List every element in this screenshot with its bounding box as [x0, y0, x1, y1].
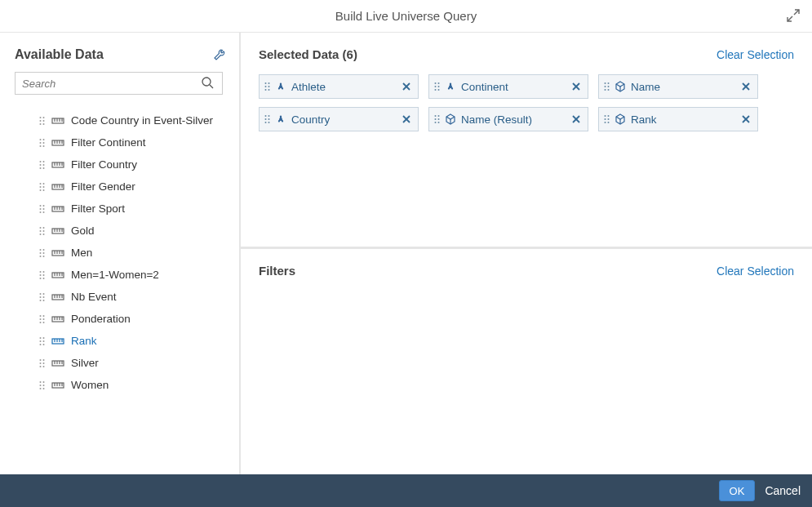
svg-point-40 — [43, 186, 45, 188]
available-item[interactable]: Ponderation — [15, 308, 229, 330]
available-item[interactable]: Filter Country — [15, 153, 229, 176]
svg-point-60 — [43, 227, 45, 229]
svg-point-167 — [605, 86, 606, 87]
available-item[interactable]: Filter Sport — [15, 198, 229, 220]
available-data-list[interactable]: Code Country in Event-SilverFilter Conti… — [15, 109, 231, 474]
drag-handle-icon[interactable] — [39, 182, 45, 192]
available-item[interactable]: Men — [15, 242, 229, 264]
selected-chips: AthleteContinentNameCountryName (Result)… — [259, 74, 794, 131]
available-item-label: Ponderation — [71, 313, 131, 325]
svg-point-169 — [605, 89, 606, 91]
available-item[interactable]: Code Country in Event-Silver — [15, 109, 229, 131]
drag-handle-icon[interactable] — [434, 114, 440, 124]
selected-chip[interactable]: Name (Result) — [428, 107, 588, 131]
svg-point-41 — [40, 189, 42, 191]
svg-point-157 — [438, 82, 440, 84]
selected-chip[interactable]: Country — [259, 107, 419, 131]
available-item[interactable]: Filter Gender — [15, 176, 229, 198]
chip-label: Rank — [631, 113, 734, 126]
available-item[interactable]: Men=1-Women=2 — [15, 264, 229, 286]
drag-handle-icon[interactable] — [39, 380, 45, 390]
measure-icon — [51, 248, 64, 258]
drag-handle-icon[interactable] — [604, 114, 610, 124]
svg-point-140 — [40, 388, 42, 389]
svg-point-4 — [40, 117, 42, 118]
drag-handle-icon[interactable] — [39, 270, 45, 280]
drag-handle-icon[interactable] — [39, 226, 45, 236]
svg-point-139 — [43, 385, 45, 386]
measure-icon — [51, 182, 64, 192]
svg-point-183 — [435, 115, 437, 117]
svg-point-7 — [43, 120, 45, 122]
svg-point-52 — [40, 211, 42, 213]
selected-chip[interactable]: Athlete — [259, 74, 419, 99]
available-item[interactable]: Women — [15, 374, 229, 396]
svg-point-166 — [608, 82, 610, 84]
remove-chip-icon[interactable] — [400, 113, 413, 126]
selected-chip[interactable]: Continent — [428, 74, 588, 99]
svg-point-174 — [265, 115, 267, 117]
selected-chip[interactable]: Name — [598, 74, 758, 99]
svg-point-42 — [43, 189, 45, 191]
svg-point-116 — [40, 340, 42, 342]
remove-chip-icon[interactable] — [400, 80, 413, 93]
settings-icon[interactable] — [213, 48, 226, 61]
cancel-button[interactable]: Cancel — [765, 484, 801, 497]
drag-handle-icon[interactable] — [604, 82, 610, 91]
measure-icon — [51, 138, 64, 148]
svg-point-149 — [265, 86, 267, 87]
svg-point-63 — [40, 233, 42, 235]
available-item[interactable]: Nb Event — [15, 286, 229, 308]
svg-point-6 — [40, 120, 42, 122]
attribute-icon — [615, 113, 626, 125]
available-item[interactable]: Silver — [15, 352, 229, 374]
measure-icon — [51, 358, 64, 368]
svg-point-175 — [268, 115, 270, 117]
measure-icon — [51, 336, 64, 346]
measure-icon — [51, 380, 64, 390]
drag-handle-icon[interactable] — [39, 248, 45, 258]
titlebar: Build Live Universe Query — [0, 0, 812, 33]
svg-point-64 — [43, 233, 45, 235]
svg-point-16 — [43, 139, 45, 140]
available-item[interactable]: Rank — [15, 330, 229, 352]
svg-point-17 — [40, 142, 42, 144]
svg-point-71 — [43, 249, 45, 251]
remove-chip-icon[interactable] — [570, 80, 583, 93]
svg-point-8 — [40, 123, 42, 125]
remove-chip-icon[interactable] — [739, 113, 752, 126]
svg-point-72 — [40, 252, 42, 254]
expand-icon[interactable] — [786, 8, 801, 23]
svg-point-108 — [43, 322, 45, 323]
remove-chip-icon[interactable] — [570, 113, 583, 126]
clear-filters-link[interactable]: Clear Selection — [717, 265, 794, 278]
drag-handle-icon[interactable] — [39, 358, 45, 368]
svg-point-161 — [438, 89, 440, 91]
selected-chip[interactable]: Rank — [598, 107, 758, 131]
svg-point-30 — [40, 167, 42, 169]
drag-handle-icon[interactable] — [39, 160, 45, 170]
clear-selected-link[interactable]: Clear Selection — [717, 48, 794, 61]
drag-handle-icon[interactable] — [39, 314, 45, 324]
drag-handle-icon[interactable] — [264, 82, 270, 91]
available-item[interactable]: Gold — [15, 220, 229, 242]
svg-point-129 — [40, 366, 42, 367]
drag-handle-icon[interactable] — [39, 336, 45, 346]
drag-handle-icon[interactable] — [39, 292, 45, 302]
drag-handle-icon[interactable] — [39, 204, 45, 214]
svg-point-156 — [435, 82, 437, 84]
drag-handle-icon[interactable] — [39, 138, 45, 148]
available-data-title: Available Data — [15, 47, 104, 62]
drag-handle-icon[interactable] — [264, 114, 270, 124]
svg-line-1 — [788, 16, 792, 21]
drag-handle-icon[interactable] — [39, 116, 45, 126]
available-item[interactable]: Filter Continent — [15, 131, 229, 153]
svg-point-195 — [608, 118, 610, 120]
svg-point-61 — [40, 230, 42, 232]
ok-button[interactable]: OK — [719, 480, 756, 501]
available-item-label: Code Country in Event-Silver — [71, 114, 213, 127]
remove-chip-icon[interactable] — [739, 80, 752, 93]
drag-handle-icon[interactable] — [434, 82, 440, 91]
svg-point-59 — [40, 227, 42, 229]
search-input[interactable] — [15, 72, 223, 95]
